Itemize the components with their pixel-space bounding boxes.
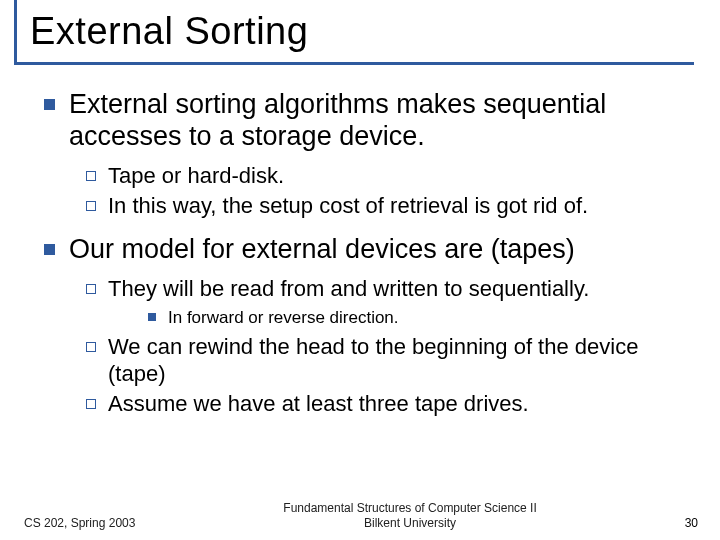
bullet-lvl1: External sorting algorithms makes sequen… (69, 89, 696, 153)
footer-left: CS 202, Spring 2003 (24, 516, 135, 530)
bullet-lvl2: Assume we have at least three tape drive… (108, 391, 529, 418)
bullet-square-icon (44, 99, 55, 110)
bullet-open-square-icon (86, 201, 96, 211)
bullet-lvl2: In this way, the setup cost of retrieval… (108, 193, 588, 220)
bullet-square-icon (148, 313, 156, 321)
slide-title: External Sorting (30, 10, 700, 53)
bullet-square-icon (44, 244, 55, 255)
bullet-open-square-icon (86, 284, 96, 294)
slide-body: External sorting algorithms makes sequen… (0, 57, 720, 418)
bullet-lvl2: Tape or hard-disk. (108, 163, 284, 190)
bullet-lvl1: Our model for external devices are (tape… (69, 234, 575, 266)
title-rule-vertical (14, 0, 17, 62)
bullet-lvl3: In forward or reverse direction. (168, 307, 399, 328)
bullet-lvl2: We can rewind the head to the beginning … (108, 334, 696, 388)
bullet-open-square-icon (86, 399, 96, 409)
footer-center: Fundamental Structures of Computer Scien… (135, 501, 684, 530)
bullet-open-square-icon (86, 171, 96, 181)
slide-footer: CS 202, Spring 2003 Fundamental Structur… (0, 501, 720, 530)
footer-center-line2: Bilkent University (135, 516, 684, 530)
bullet-lvl2: They will be read from and written to se… (108, 276, 589, 303)
slide-number: 30 (685, 516, 698, 530)
footer-center-line1: Fundamental Structures of Computer Scien… (135, 501, 684, 515)
bullet-open-square-icon (86, 342, 96, 352)
title-rule-horizontal (14, 62, 694, 65)
